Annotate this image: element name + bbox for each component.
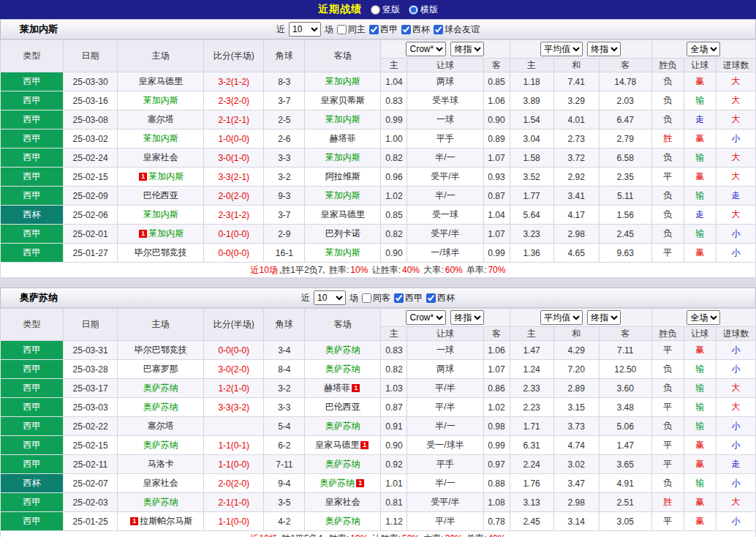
home-cell: 奥萨苏纳 — [118, 379, 204, 398]
odds-line-cell: 平/半 — [407, 398, 483, 417]
corners-cell: 3-5 — [264, 493, 305, 512]
matches-label: 场 — [349, 292, 358, 304]
column-header: 客 — [483, 59, 510, 72]
odds-line-cell: 半/一 — [407, 474, 483, 493]
score-cell: 2-0(2-0) — [204, 187, 264, 206]
odds-home-cell: 0.99 — [381, 110, 407, 129]
filter-checkbox[interactable] — [394, 293, 404, 303]
away-team-name: 奥萨苏纳 — [325, 516, 360, 526]
corners-cell: 9-3 — [264, 187, 305, 206]
corners-cell: 4-2 — [264, 512, 305, 531]
odds-line-cell: 两球 — [407, 72, 483, 91]
home-team-name: 塞尔塔 — [148, 421, 174, 431]
filter-checkbox[interactable] — [401, 25, 411, 34]
date-cell: 25-02-24 — [64, 149, 118, 168]
filter-option[interactable]: 西杯 — [401, 23, 430, 36]
bookmaker-header-cell: Crow*终指 — [381, 40, 510, 59]
corners-cell: 9-4 — [264, 474, 305, 493]
home-team-name: 莱加内斯 — [143, 95, 178, 105]
average-final-select[interactable]: 终指 — [587, 310, 621, 325]
layout-option-vertical[interactable]: 竖版 — [371, 4, 400, 16]
average-final-select[interactable]: 终指 — [587, 42, 621, 56]
summary-segment: 50% — [402, 533, 420, 537]
summary-segment: 近10场 — [251, 533, 278, 537]
match-count-select[interactable]: 10 — [289, 22, 321, 37]
avg-draw-cell: 3.72 — [553, 149, 599, 168]
away-team-name: 莱加内斯 — [325, 190, 360, 200]
avg-home-cell: 2.45 — [510, 512, 553, 531]
result-cell: 负 — [651, 474, 684, 493]
avg-away-cell: 2.03 — [599, 91, 651, 110]
score-cell: 2-1(2-1) — [204, 110, 264, 129]
filter-checkbox[interactable] — [337, 25, 347, 34]
goals-result-cell: 大 — [716, 168, 755, 187]
avg-away-cell: 14.78 — [599, 72, 651, 91]
avg-away-cell: 12.50 — [599, 360, 651, 379]
corners-cell: 8-3 — [264, 72, 305, 91]
avg-draw-cell: 2.92 — [553, 168, 599, 187]
filter-checkbox[interactable] — [426, 293, 436, 303]
filter-option[interactable]: 西甲 — [394, 292, 423, 304]
match-count-select[interactable]: 10 — [314, 290, 346, 305]
league-cell: 西甲 — [1, 129, 64, 149]
filter-option[interactable]: 球会友谊 — [434, 23, 480, 36]
odds-home-cell: 0.82 — [381, 360, 407, 379]
column-header: 进球数 — [716, 59, 755, 72]
result-cell: 负 — [651, 91, 684, 110]
result-cell: 平 — [651, 341, 684, 360]
away-cell: 巴列卡诺 — [305, 225, 381, 244]
goals-result-cell: 小 — [716, 341, 755, 360]
home-team-name: 皇家社会 — [143, 152, 178, 162]
red-card-badge: 1 — [139, 173, 147, 181]
league-cell: 西甲 — [1, 187, 64, 206]
bookmaker-final-select[interactable]: 终指 — [450, 42, 484, 56]
league-cell: 西杯 — [1, 474, 64, 493]
odds-away-cell: 0.89 — [483, 129, 510, 149]
results-table: 类型日期主场比分(半场)角球客场Crow*终指平均值终指全场主让球客主和客胜负让… — [0, 308, 756, 537]
league-cell: 西甲 — [1, 455, 64, 474]
home-team-name: 巴伦西亚 — [143, 190, 178, 200]
avg-draw-cell: 3.47 — [553, 474, 599, 493]
team-name: 奥萨苏纳 — [20, 291, 58, 304]
horizontal-layout-radio[interactable] — [409, 5, 418, 15]
match-row: 西甲25-02-03奥萨苏纳2-1(1-0)3-5皇家社会0.81受平/半1.0… — [1, 493, 756, 512]
scope-select[interactable]: 全场 — [687, 310, 720, 325]
avg-home-cell: 1.76 — [510, 474, 553, 493]
odds-away-cell: 0.93 — [483, 168, 510, 187]
layout-option-horizontal[interactable]: 横版 — [409, 4, 438, 16]
away-team-name: 奥萨苏纳 — [325, 459, 360, 469]
corners-cell: 16-1 — [264, 244, 305, 263]
result-cell: 负 — [651, 379, 684, 398]
score-cell: 2-1(1-0) — [204, 493, 264, 512]
filter-option[interactable]: 同客 — [362, 292, 390, 304]
league-cell: 西甲 — [1, 244, 64, 263]
filter-option[interactable]: 同主 — [337, 23, 366, 36]
home-cell: 毕尔巴鄂竞技 — [118, 341, 204, 360]
away-cell: 莱加内斯 — [305, 110, 381, 129]
vertical-layout-radio[interactable] — [371, 5, 380, 15]
bookmaker-select[interactable]: Crow* — [406, 310, 446, 325]
filter-option[interactable]: 西杯 — [426, 292, 455, 304]
goals-result-cell: 小 — [716, 360, 755, 379]
filter-checkbox[interactable] — [362, 293, 371, 303]
odds-home-cell: 1.02 — [381, 187, 407, 206]
column-header: 让球 — [684, 327, 716, 341]
filter-checkbox[interactable] — [434, 25, 443, 34]
scope-select[interactable]: 全场 — [687, 42, 720, 56]
away-cell: 莱加内斯 — [305, 244, 381, 263]
avg-home-cell: 5.64 — [510, 206, 553, 225]
summary-segment: 单率: — [464, 533, 487, 537]
odds-home-cell: 0.96 — [381, 168, 407, 187]
average-select[interactable]: 平均值 — [540, 310, 583, 325]
score-cell: 1-1(0-1) — [204, 436, 264, 455]
avg-draw-cell: 2.98 — [553, 225, 599, 244]
filter-checkbox[interactable] — [369, 25, 379, 34]
corners-cell: 3-7 — [264, 206, 305, 225]
odds-home-cell: 0.90 — [381, 244, 407, 263]
goals-result-cell: 小 — [716, 129, 755, 149]
scope-header-cell: 全场 — [651, 309, 755, 327]
bookmaker-final-select[interactable]: 终指 — [450, 310, 484, 325]
average-select[interactable]: 平均值 — [540, 42, 583, 56]
bookmaker-select[interactable]: Crow* — [406, 42, 446, 56]
filter-option[interactable]: 西甲 — [369, 23, 398, 36]
